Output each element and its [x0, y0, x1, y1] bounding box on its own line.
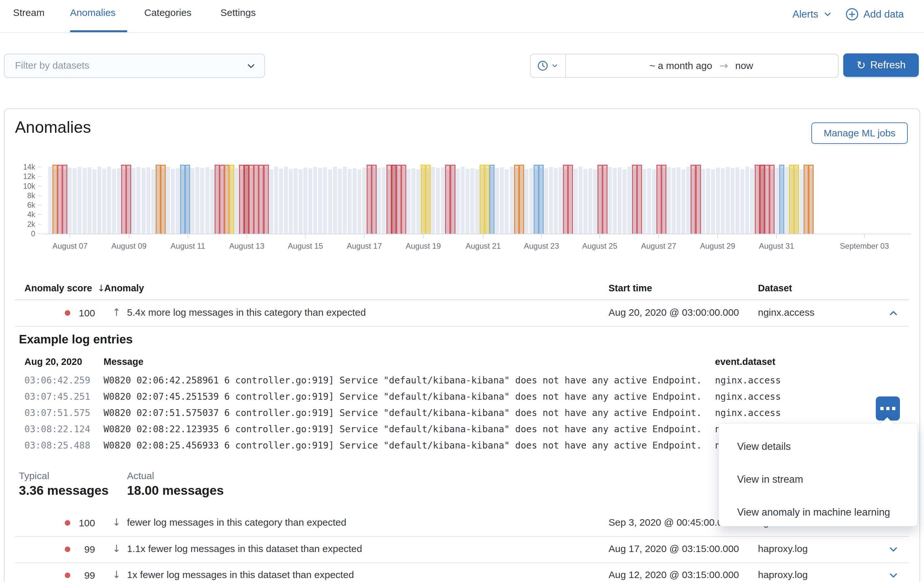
anomaly-bar-critical[interactable] [386, 165, 392, 234]
histogram-bar[interactable] [613, 168, 617, 234]
histogram-bar[interactable] [470, 168, 474, 234]
anomaly-bar-major[interactable] [519, 165, 524, 234]
histogram-bar[interactable] [92, 169, 96, 234]
histogram-bar[interactable] [358, 169, 361, 234]
anomaly-bar-critical[interactable] [121, 165, 126, 234]
histogram-bar[interactable] [622, 169, 626, 234]
histogram-bar[interactable] [465, 169, 470, 234]
anomaly-bar-critical[interactable] [769, 165, 775, 234]
histogram-bar[interactable] [102, 168, 106, 234]
histogram-bar[interactable] [78, 167, 81, 234]
anomaly-bar-minor[interactable] [229, 165, 234, 234]
anomaly-bar-critical[interactable] [696, 165, 701, 234]
histogram-bar[interactable] [299, 169, 302, 234]
histogram-bar[interactable] [593, 169, 597, 234]
anomaly-bar-warning[interactable] [489, 165, 495, 234]
histogram-bar[interactable] [235, 168, 239, 234]
anomaly-bar-warning[interactable] [779, 165, 784, 234]
histogram-bar[interactable] [750, 168, 754, 234]
anomaly-bar-critical[interactable] [214, 165, 220, 234]
column-header-dataset[interactable]: Dataset [758, 278, 792, 298]
histogram-bar[interactable] [210, 169, 214, 234]
anomaly-bar-major[interactable] [224, 165, 229, 234]
histogram-bar[interactable] [456, 168, 460, 234]
histogram-bar[interactable] [323, 167, 327, 234]
anomaly-bar-critical[interactable] [632, 165, 637, 234]
anomaly-bar-minor[interactable] [480, 165, 485, 234]
anomaly-table-row[interactable]: 99↓1x fewer log messages in this dataset… [15, 562, 909, 582]
anomaly-table-row[interactable]: 99↓1.1x fewer log messages in this datas… [15, 536, 909, 563]
anomaly-bar-critical[interactable] [264, 165, 269, 234]
anomaly-bar-minor[interactable] [485, 165, 490, 234]
histogram-bar[interactable] [627, 167, 631, 234]
anomaly-bar-minor[interactable] [794, 165, 799, 234]
anomaly-bar-critical[interactable] [445, 165, 450, 234]
histogram-bar[interactable] [716, 168, 720, 234]
histogram-bar[interactable] [740, 169, 744, 234]
histogram-bar[interactable] [554, 168, 558, 234]
histogram-bar[interactable] [152, 169, 155, 234]
histogram-bar[interactable] [382, 167, 386, 234]
histogram-bar[interactable] [284, 167, 288, 234]
histogram-bar[interactable] [642, 169, 646, 234]
anomaly-bar-critical[interactable] [239, 165, 244, 234]
histogram-bar[interactable] [579, 167, 582, 234]
histogram-bar[interactable] [87, 167, 91, 234]
anomaly-bar-critical[interactable] [568, 165, 573, 234]
histogram-bar[interactable] [495, 168, 499, 234]
histogram-bar[interactable] [338, 168, 342, 234]
histogram-bar[interactable] [313, 167, 317, 234]
column-header-anomaly[interactable]: Anomaly [104, 278, 144, 298]
histogram-bar[interactable] [279, 168, 283, 234]
histogram-bar[interactable] [362, 168, 366, 234]
column-header-start-time[interactable]: Start time [609, 278, 652, 298]
histogram-bar[interactable] [416, 169, 420, 234]
histogram-bar[interactable] [205, 167, 210, 234]
histogram-bar[interactable] [436, 168, 440, 234]
histogram-bar[interactable] [706, 168, 710, 234]
histogram-bar[interactable] [333, 167, 337, 234]
anomaly-bar-critical[interactable] [126, 165, 131, 234]
menu-item-view-anomaly-in-ml[interactable]: View anomaly in machine learning [719, 502, 917, 523]
anomaly-bar-major[interactable] [514, 165, 519, 234]
histogram-bar[interactable] [652, 169, 656, 234]
histogram-bar[interactable] [549, 167, 553, 234]
histogram-bar[interactable] [200, 168, 204, 234]
histogram-bar[interactable] [294, 168, 298, 234]
anomaly-bar-warning[interactable] [534, 165, 539, 234]
anomaly-bar-critical[interactable] [249, 165, 254, 234]
anomaly-bar-critical_dark[interactable] [760, 165, 765, 234]
histogram-bar[interactable] [132, 168, 135, 234]
histogram-bar[interactable] [107, 167, 111, 234]
histogram-bar[interactable] [73, 168, 76, 234]
expand-row-chevron-icon[interactable] [888, 544, 899, 555]
histogram-bar[interactable] [785, 167, 789, 234]
anomaly-bar-critical[interactable] [597, 165, 603, 234]
menu-item-view-details[interactable]: View details [719, 437, 917, 457]
histogram-bar[interactable] [676, 167, 680, 234]
histogram-bar[interactable] [461, 167, 465, 234]
histogram-bar[interactable] [137, 167, 140, 234]
histogram-bar[interactable] [745, 167, 749, 234]
anomaly-bar-major[interactable] [53, 165, 58, 234]
anomaly-bar-critical_dark[interactable] [391, 165, 396, 234]
anomaly-bar-critical[interactable] [602, 165, 607, 234]
histogram-bar[interactable] [431, 167, 435, 234]
anomaly-bar-major[interactable] [156, 165, 161, 234]
histogram-bar[interactable] [736, 167, 739, 234]
histogram-bar[interactable] [588, 168, 592, 234]
histogram-bar[interactable] [304, 168, 307, 234]
histogram-bar[interactable] [686, 167, 690, 234]
anomaly-bar-critical[interactable] [657, 165, 662, 234]
log-entry-actions-button[interactable] [876, 396, 900, 420]
histogram-bar[interactable] [510, 167, 514, 234]
anomaly-bar-critical[interactable] [450, 165, 455, 234]
histogram-bar[interactable] [505, 169, 508, 234]
histogram-bar[interactable] [83, 168, 87, 234]
histogram-bar[interactable] [274, 167, 278, 234]
anomaly-bar-warning[interactable] [538, 165, 544, 234]
log-entry-row[interactable]: 03:07:51.575W0820 02:07:51.575037 6 cont… [0, 406, 924, 421]
anomaly-bar-critical[interactable] [401, 165, 406, 234]
histogram-bar[interactable] [775, 168, 779, 234]
collapse-row-chevron-icon[interactable] [888, 307, 899, 319]
